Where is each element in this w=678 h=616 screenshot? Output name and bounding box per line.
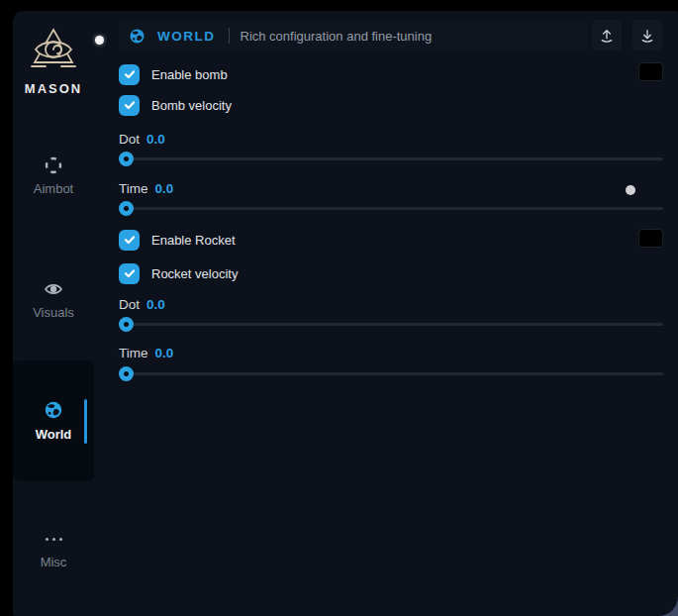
download-icon xyxy=(639,28,655,44)
rocket-velocity-row: Rocket velocity xyxy=(119,262,238,284)
checkbox-label: Enable Rocket xyxy=(151,233,236,248)
brand-name: MASON xyxy=(25,81,82,96)
slider-name: Dot xyxy=(119,132,140,148)
panel-title-bar: WORLD Rich configuration and fine-tuning xyxy=(119,20,587,51)
slider-handle[interactable] xyxy=(119,366,134,381)
sidebar-item-world[interactable]: World xyxy=(13,360,94,481)
checkbox-label: Enable bomb xyxy=(151,67,228,82)
bomb-dot-slider[interactable] xyxy=(119,151,663,166)
enable-bomb-checkbox[interactable] xyxy=(119,64,140,85)
bomb-velocity-checkbox[interactable] xyxy=(119,95,140,116)
slider-track xyxy=(119,157,663,160)
rocket-dot-slider[interactable] xyxy=(119,316,663,332)
sidebar-item-aimbot[interactable]: Aimbot xyxy=(13,155,94,196)
enable-bomb-row: Enable bomb xyxy=(119,63,228,85)
enable-rocket-checkbox[interactable] xyxy=(119,230,140,251)
sidebar: MASON Aimbot Visuals xyxy=(13,11,107,616)
sidebar-item-label: World xyxy=(36,427,72,442)
slider-value: 0.0 xyxy=(155,346,174,361)
mason-window: MASON Aimbot Visuals xyxy=(13,11,678,616)
panel-header: WORLD Rich configuration and fine-tuning xyxy=(119,20,663,51)
white-dot-indicator xyxy=(95,36,104,45)
upload-config-button[interactable] xyxy=(592,20,622,51)
slider-track xyxy=(119,372,663,375)
slider-track xyxy=(119,323,663,326)
bomb-color-swatch[interactable] xyxy=(638,62,663,81)
sidebar-item-visuals[interactable]: Visuals xyxy=(13,279,94,320)
checkbox-label: Bomb velocity xyxy=(151,98,232,113)
sidebar-item-label: Aimbot xyxy=(34,181,73,196)
rocket-color-swatch[interactable] xyxy=(638,229,663,248)
bomb-time-slider[interactable] xyxy=(119,200,663,216)
enable-rocket-row: Enable Rocket xyxy=(119,229,236,251)
globe-icon xyxy=(129,28,145,45)
ellipsis-icon xyxy=(46,529,62,549)
slider-name: Time xyxy=(119,346,148,361)
slider-value: 0.0 xyxy=(146,132,165,148)
rocket-velocity-checkbox[interactable] xyxy=(119,263,140,284)
eye-triangle-logo-icon xyxy=(28,26,79,75)
bomb-time-label: Time 0.0 xyxy=(119,181,173,197)
slider-name: Time xyxy=(119,181,148,197)
slider-handle[interactable] xyxy=(119,317,134,332)
upload-icon xyxy=(599,28,615,44)
checkmark-icon xyxy=(124,267,136,279)
page-title: WORLD xyxy=(157,29,216,44)
checkmark-icon xyxy=(124,68,136,80)
page-subtitle: Rich configuration and fine-tuning xyxy=(241,29,433,44)
active-tab-indicator xyxy=(84,399,87,444)
gray-dot-indicator xyxy=(626,185,635,195)
slider-name: Dot xyxy=(119,297,140,313)
divider xyxy=(229,28,230,44)
rocket-time-label: Time 0.0 xyxy=(119,346,173,361)
slider-handle[interactable] xyxy=(119,152,134,166)
slider-value: 0.0 xyxy=(155,181,174,197)
checkmark-icon xyxy=(124,99,136,111)
sidebar-item-label: Visuals xyxy=(33,305,74,320)
brand-logo: MASON xyxy=(13,26,94,96)
world-panel: WORLD Rich configuration and fine-tuning… xyxy=(119,11,663,616)
crosshair-icon xyxy=(44,155,63,175)
bomb-velocity-row: Bomb velocity xyxy=(119,94,232,116)
checkbox-label: Rocket velocity xyxy=(151,266,238,281)
sidebar-item-misc[interactable]: Misc xyxy=(13,529,94,569)
eye-icon xyxy=(44,279,63,299)
rocket-time-slider[interactable] xyxy=(119,365,663,381)
globe-icon xyxy=(44,400,63,420)
download-config-button[interactable] xyxy=(632,20,662,51)
slider-handle[interactable] xyxy=(119,201,134,216)
rocket-dot-label: Dot 0.0 xyxy=(119,297,165,313)
checkmark-icon xyxy=(124,234,136,246)
sidebar-item-label: Misc xyxy=(41,555,67,569)
slider-value: 0.0 xyxy=(146,297,165,313)
slider-track xyxy=(119,207,663,210)
bomb-dot-label: Dot 0.0 xyxy=(119,132,165,148)
